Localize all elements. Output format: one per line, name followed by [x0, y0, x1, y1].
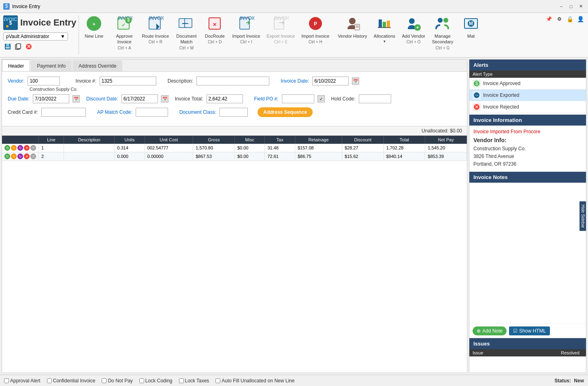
vendor-history-button[interactable]: Vendor History	[334, 14, 370, 54]
center-panel: Header Payment Info Address Override Ven…	[2, 59, 467, 373]
col-tax: Tax	[265, 136, 295, 144]
invoice-date-calendar-icon[interactable]: 📅	[352, 77, 359, 85]
row1-icon-red[interactable]: ✕	[24, 145, 30, 151]
do-not-pay-checkbox-label[interactable]: Do Not Pay	[102, 378, 132, 384]
svg-point-45	[438, 18, 443, 23]
close-button[interactable]: ✕	[577, 2, 585, 11]
svg-point-5	[6, 25, 9, 28]
approval-alert-checkbox-label[interactable]: Approval Alert	[4, 378, 40, 384]
restore-button[interactable]: □	[567, 2, 575, 11]
alert-row-approved[interactable]: $ Invoice Approved	[469, 78, 586, 90]
save-mini-button[interactable]	[3, 42, 12, 51]
vendor-info-addr1: 3826 Third Avenue	[473, 154, 514, 159]
issues-section: Issues Issue Resolved	[469, 338, 586, 373]
new-line-button[interactable]: + New Line	[80, 14, 108, 54]
discount-date-calendar-icon[interactable]: 📅	[161, 95, 168, 102]
row2-gross: $867.53	[193, 152, 235, 161]
approve-invoice-button[interactable]: ✓ INVOICE $ ApproveInvoice Ctrl + A	[110, 14, 138, 54]
lock-taxes-checkbox[interactable]	[179, 378, 184, 383]
due-date-input[interactable]	[33, 94, 69, 103]
invoice-date-input[interactable]	[312, 77, 349, 85]
document-match-button[interactable]: ↔ DocumentMatch Ctrl + M	[172, 14, 200, 54]
row2-icon-orange[interactable]: ↻	[11, 154, 17, 159]
route-invoice-label: Route Invoice	[142, 33, 169, 39]
row1-icon-purple[interactable]: ↻	[17, 145, 23, 151]
export-invoice-label: Export Invoice	[267, 33, 295, 39]
field-po-input[interactable]	[282, 94, 314, 103]
auto-fill-checkbox-label[interactable]: Auto Fill Unallocated on New Line	[215, 378, 294, 384]
add-vendor-label: Add Vendor	[402, 33, 425, 39]
show-html-button[interactable]: ☑ Show HTML	[509, 326, 550, 335]
import-invoice2-button[interactable]: P Import Invoice Ctrl + H	[298, 14, 332, 54]
alert-row-exported[interactable]: → Invoice Exported	[469, 90, 586, 101]
user-dropdown[interactable]: pVault Administrator ▼	[3, 32, 68, 41]
lock-coding-checkbox[interactable]	[139, 378, 144, 383]
invoice-num-label: Invoice #:	[75, 78, 96, 84]
auto-fill-checkbox[interactable]	[215, 378, 220, 383]
row2-icon-purple[interactable]: ↻	[17, 154, 23, 159]
alert-row-rejected[interactable]: ✕ Invoice Rejected	[469, 101, 586, 113]
row2-icon-gray[interactable]: ?	[30, 154, 36, 159]
description-input[interactable]	[196, 77, 269, 85]
approval-alert-checkbox[interactable]	[4, 378, 9, 383]
ap-match-code-input[interactable]	[136, 108, 168, 117]
pin-button[interactable]: 📌	[544, 15, 553, 23]
field-po-icon[interactable]: ✓	[317, 95, 325, 102]
settings-button[interactable]: ⚙	[555, 15, 564, 23]
lock-coding-checkbox-label[interactable]: Lock Coding	[139, 378, 173, 384]
row2-misc: $0.00	[234, 152, 265, 161]
mat-button[interactable]: M Mat	[457, 14, 485, 54]
hide-sidebar-button[interactable]: Hide Sidebar	[579, 201, 586, 231]
document-class-input[interactable]	[219, 108, 248, 117]
svg-text:→: →	[474, 92, 479, 98]
alerts-section-header: Alerts	[469, 60, 586, 70]
row2-description	[64, 152, 115, 161]
invoice-info-header: Invoice Information	[469, 115, 586, 126]
mini-toolbar: ✕	[3, 42, 76, 51]
route-invoice-button[interactable]: INVOICE Route Invoice Ctrl + R	[138, 14, 172, 54]
lock-button[interactable]: 🔒	[565, 15, 574, 23]
due-date-calendar-icon[interactable]: 📅	[72, 95, 80, 102]
credit-card-label: Credit Card #:	[8, 109, 38, 115]
svg-rect-8	[6, 47, 10, 49]
tab-header[interactable]: Header	[2, 60, 30, 71]
export-invoice-button[interactable]: INVOICE Export Invoice Ctrl + E	[264, 14, 298, 54]
vendor-input[interactable]	[28, 77, 60, 85]
row2-icon-red[interactable]: ✕	[24, 154, 30, 159]
row1-icon-gray[interactable]: ?	[30, 145, 36, 151]
svg-text:+: +	[93, 21, 96, 27]
row1-discount: $28.27	[342, 144, 384, 152]
tab-payment-info[interactable]: Payment Info	[31, 60, 72, 71]
hold-code-input[interactable]	[359, 94, 391, 103]
import-invoice2-shortcut: Ctrl + H	[309, 40, 322, 44]
allocations-button[interactable]: Allocations ▼	[370, 14, 398, 54]
add-note-button[interactable]: ⊕ Add Note	[473, 326, 507, 335]
credit-card-input[interactable]	[41, 108, 86, 117]
tab-address-override[interactable]: Address Override	[72, 60, 122, 71]
row2-icon-green[interactable]: ↻	[4, 154, 10, 159]
issues-header: Issues	[469, 338, 586, 349]
lock-taxes-checkbox-label[interactable]: Lock Taxes	[179, 378, 209, 384]
row1-icon-orange[interactable]: ↻	[11, 145, 17, 151]
manage-secondary-button[interactable]: ManageSecondary Ctrl + G	[428, 14, 457, 54]
docroute-button[interactable]: ✕ DocRoute Ctrl + D	[200, 14, 229, 54]
minimize-button[interactable]: −	[557, 2, 565, 11]
do-not-pay-checkbox[interactable]	[102, 378, 107, 383]
add-vendor-button[interactable]: + Add Vendor Ctrl + O	[398, 14, 428, 54]
document-class-label: Document Class:	[179, 109, 216, 115]
invoice-total-label: Invoice Total:	[175, 96, 203, 102]
mat-icon: M	[463, 15, 479, 32]
row1-icon-green[interactable]: ↻	[4, 145, 10, 151]
confidential-invoice-checkbox-label[interactable]: Confidential Invoice	[47, 378, 96, 384]
invoice-num-input[interactable]	[100, 77, 156, 85]
import-invoice-button[interactable]: INVOICE Import Invoice Ctrl + I	[229, 14, 263, 54]
row2-tax: 72.61	[265, 152, 295, 161]
copy-mini-button[interactable]	[14, 42, 23, 51]
discount-date-input[interactable]	[121, 94, 158, 103]
confidential-invoice-checkbox[interactable]	[47, 378, 52, 383]
invoice-total-input[interactable]	[207, 94, 243, 103]
address-sequence-button[interactable]: Address Sequence	[258, 107, 313, 117]
user-button[interactable]: 👤	[576, 15, 585, 23]
delete-mini-button[interactable]: ✕	[24, 42, 33, 51]
notes-content[interactable]	[469, 183, 586, 324]
